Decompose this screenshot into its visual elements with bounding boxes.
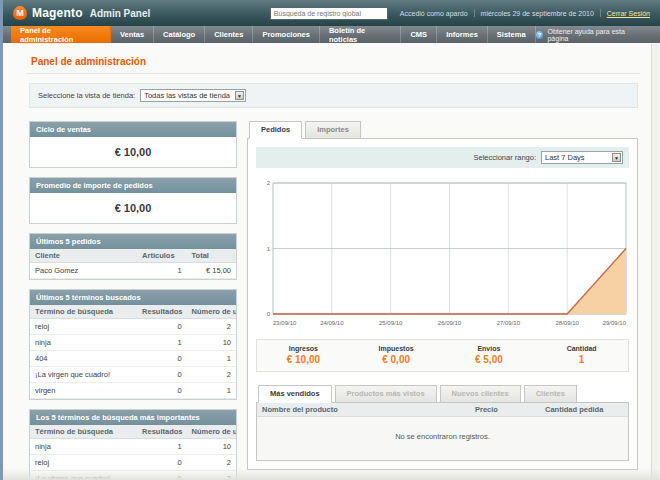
magento-logo: M Magento Admin Panel [13, 6, 150, 20]
page-title: Panel de administración [27, 49, 640, 74]
column-header: Resultados [137, 305, 186, 319]
nav-item[interactable]: CMS [401, 26, 437, 43]
svg-text:27/09/10: 27/09/10 [497, 320, 521, 326]
chevron-down-icon: ▼ [235, 91, 244, 100]
svg-text:0: 0 [267, 311, 271, 317]
nav-item[interactable]: Sistema [488, 26, 536, 43]
column-header: Número de usos [187, 305, 236, 319]
store-view-select[interactable]: Todas las vistas de tienda ▼ [140, 89, 246, 102]
nav-item[interactable]: Boletín de noticias [320, 26, 402, 43]
table-row[interactable]: reloj02 [30, 455, 236, 471]
range-label: Seleccionar rango: [473, 153, 536, 162]
column-header: Cantidad pedida [540, 403, 628, 417]
svg-text:28/09/10: 28/09/10 [555, 320, 579, 326]
logo-suffix: Admin Panel [90, 8, 151, 19]
chevron-down-icon: ▼ [612, 153, 621, 162]
totals-bar: Ingresos € 10,00 Impuestos € 0,00 Envíos [256, 339, 629, 372]
svg-text:23/09/10: 23/09/10 [273, 320, 297, 326]
nav-item[interactable]: Ventas [111, 26, 154, 43]
svg-text:25/09/10: 25/09/10 [379, 320, 403, 326]
total-stat: Cantidad 1 [535, 345, 628, 365]
divider [474, 9, 475, 17]
header-meta: Accedió como apardo miércoles 29 de sept… [400, 9, 650, 17]
svg-text:24/09/10: 24/09/10 [320, 320, 344, 326]
dashboard-left-column: Ciclo de ventas € 10,00 Promedio de impo… [29, 121, 237, 480]
column-header: Total [187, 249, 236, 263]
table-row[interactable]: Paco Gomez1€ 15,00 [30, 263, 236, 279]
table-row[interactable]: ¡La virgen que cuadro!02 [30, 471, 236, 480]
column-header: Término de búsqueda [30, 425, 137, 439]
nav-item[interactable]: Promociones [253, 26, 320, 43]
magento-logo-icon: M [13, 6, 27, 20]
table-row[interactable]: virgen01 [30, 383, 236, 399]
nav-item[interactable]: Catálogo [154, 26, 205, 43]
card-title: Últimos 5 pedidos [30, 234, 236, 249]
grid-tab[interactable]: Productos más vistos [335, 385, 437, 403]
column-header: Nombre del producto [257, 403, 470, 417]
total-stat: Ingresos € 10,00 [257, 345, 350, 365]
average-order-value: € 10,00 [30, 193, 236, 223]
total-stat: Impuestos € 0,00 [350, 345, 443, 365]
nav-item[interactable]: Clientes [205, 26, 253, 43]
empty-row: No se encontraron registros. [257, 417, 628, 461]
svg-text:1: 1 [267, 246, 271, 252]
card-title: Ciclo de ventas [30, 122, 236, 137]
column-header: Cliente [30, 249, 137, 263]
last-orders-card: Últimos 5 pedidos ClienteArtículosTotal … [29, 233, 237, 280]
app-header: M Magento Admin Panel Accedió como apard… [3, 0, 660, 26]
dashboard-main: Panel de administración Seleccione la vi… [3, 43, 660, 480]
store-switcher: Seleccione la vista de tienda: Todas las… [29, 83, 638, 108]
nav-item[interactable]: Panel de administración [11, 26, 111, 43]
svg-text:29/09/10: 29/09/10 [603, 320, 627, 326]
svg-text:2: 2 [267, 180, 271, 186]
orders-chart: 01223/09/1024/09/1025/09/1026/09/1027/09… [257, 177, 631, 329]
top-search-terms-table: Término de búsquedaResultadosNúmero de u… [30, 425, 236, 480]
last-search-terms-table: Término de búsquedaResultadosNúmero de u… [30, 305, 236, 399]
help-link[interactable]: ? Obtener ayuda para esta página [536, 26, 646, 43]
top-search-terms-card: Los 5 términos de búsqueda más important… [29, 409, 237, 480]
chart-tab[interactable]: Pedidos [249, 121, 302, 139]
logged-in-as: Accedió como apardo [400, 10, 468, 17]
range-select[interactable]: Last 7 Days ▼ [541, 151, 623, 164]
empty-message: No se encontraron registros. [257, 417, 628, 461]
card-title: Promedio de importe de pedidos [30, 178, 236, 193]
column-header: Número de usos [187, 425, 236, 439]
average-order-card: Promedio de importe de pedidos € 10,00 [29, 177, 237, 224]
bestsellers-table: Nombre del productoPrecioCantidad pedida… [257, 403, 628, 460]
grid-tab[interactable]: Más vendidos [258, 385, 332, 403]
divider [600, 9, 601, 17]
column-header: Artículos [137, 249, 186, 263]
card-title: Últimos 5 términos buscados [30, 290, 236, 305]
column-header: Resultados [137, 425, 186, 439]
table-row[interactable]: ninja110 [30, 335, 236, 351]
logout-link[interactable]: Cerrar Sesión [607, 10, 650, 17]
current-date: miércoles 29 de septiembre de 2010 [481, 10, 594, 17]
help-icon: ? [536, 31, 544, 39]
last-search-terms-card: Últimos 5 términos buscados Término de b… [29, 289, 237, 400]
table-row[interactable]: 40401 [30, 351, 236, 367]
total-stat: Envíos € 5,00 [443, 345, 536, 365]
global-search-input[interactable] [270, 7, 388, 20]
lifetime-sales-card: Ciclo de ventas € 10,00 [29, 121, 237, 168]
vertical-scrollbar[interactable] [651, 44, 659, 478]
nav-item[interactable]: Informes [437, 26, 488, 43]
last-orders-table: ClienteArtículosTotal Paco Gomez1€ 15,00 [30, 249, 236, 279]
card-title: Los 5 términos de búsqueda más important… [30, 410, 236, 425]
table-row[interactable]: ¡La virgen que cuadro!02 [30, 367, 236, 383]
grid-tab[interactable]: Clientes [524, 385, 577, 403]
lifetime-sales-value: € 10,00 [30, 137, 236, 167]
table-row[interactable]: ninja110 [30, 439, 236, 455]
chart-tab[interactable]: Importes [305, 121, 361, 139]
grid-tab[interactable]: Nuevos clientes [440, 385, 521, 403]
store-switcher-label: Seleccione la vista de tienda: [38, 91, 135, 100]
chart-tabs: Pedidos Importes [247, 121, 638, 139]
grid-tabs: Más vendidos Productos más vistos Nuevos… [256, 385, 629, 403]
svg-text:26/09/10: 26/09/10 [438, 320, 462, 326]
table-row[interactable]: reloj02 [30, 319, 236, 335]
dashboard-right-column: Pedidos Importes Seleccionar rango: Last… [247, 121, 638, 480]
orders-chart-wrap: 01223/09/1024/09/1025/09/1026/09/1027/09… [256, 177, 629, 329]
range-bar: Seleccionar rango: Last 7 Days ▼ [256, 147, 629, 168]
column-header: Término de búsqueda [30, 305, 137, 319]
column-header: Precio [470, 403, 540, 417]
help-label: Obtener ayuda para esta página [547, 28, 646, 42]
